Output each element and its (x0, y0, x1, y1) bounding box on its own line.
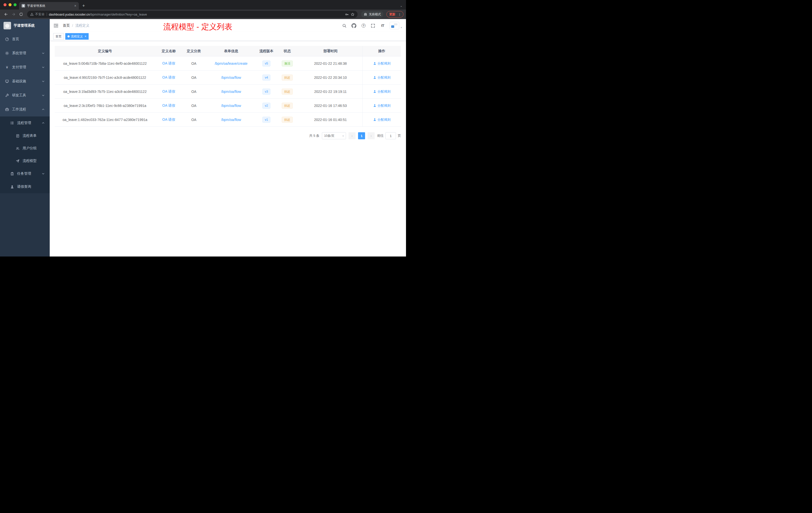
hamburger-icon[interactable] (54, 23, 59, 28)
url-host: dashboard.yudao.iocoder.cn (49, 12, 90, 16)
sidebar-item-process-form[interactable]: 流程表单 (0, 129, 50, 142)
sidebar-item-system[interactable]: 系统管理 (0, 46, 50, 60)
sidebar-item-workflow[interactable]: 工作流程 (0, 102, 50, 117)
breadcrumb-current: 流程定义 (75, 23, 89, 28)
definition-name-link[interactable]: OA 请假 (162, 89, 175, 93)
assign-rule-link[interactable]: 分配规则 (373, 61, 391, 66)
definition-table: 定义编号 定义名称 定义分类 表单信息 流程版本 状态 部署时间 操作 oa_l… (55, 46, 401, 127)
sidebar-item-devtools[interactable]: 研发工具 (0, 88, 50, 102)
definition-name-link[interactable]: OA 请假 (162, 117, 175, 121)
form-link[interactable]: /bpm/oa/flow (221, 90, 241, 94)
github-icon[interactable] (351, 23, 356, 28)
page-size-select[interactable]: 10条/页 ▾ (322, 132, 346, 139)
avatar-caret-icon[interactable]: ▾ (401, 26, 402, 29)
status-badge: 挂起 (282, 117, 293, 123)
user-icon (373, 118, 376, 121)
cell-definition-id: oa_leave:2:3c1f0ef1-76b1-11ec-9c66-a2380… (55, 104, 155, 108)
help-icon[interactable]: ? (361, 23, 366, 28)
chevron-up-icon (42, 108, 45, 111)
goto-page-input[interactable] (385, 132, 396, 139)
new-tab-button[interactable]: + (80, 2, 87, 9)
assign-rule-link[interactable]: 分配规则 (373, 89, 391, 94)
goto-label: 前往 (377, 133, 384, 138)
font-size-icon[interactable]: tT (380, 23, 385, 28)
tag-close-icon[interactable]: × (85, 35, 86, 38)
next-page-button[interactable]: › (368, 132, 375, 139)
tab-close-icon[interactable]: × (74, 4, 76, 7)
definition-name-link[interactable]: OA 请假 (162, 61, 175, 65)
status-badge: 挂起 (282, 89, 293, 95)
tab-search-icon[interactable]: ⌄ (400, 4, 403, 7)
col-header-name: 定义名称 (155, 49, 182, 54)
incognito-badge: 无痕模式 (361, 11, 383, 18)
user-avatar[interactable] (390, 22, 399, 29)
close-window-button[interactable] (3, 3, 6, 6)
breadcrumb-home[interactable]: 首页 (63, 23, 70, 28)
prev-page-button[interactable]: ‹ (348, 132, 355, 139)
form-link[interactable]: /bpm/oa/flow (221, 118, 241, 122)
cell-definition-id: oa_leave:5:004b710b-7b8a-11ec-8ef0-acde4… (55, 61, 155, 65)
search-icon[interactable] (342, 23, 347, 28)
url-path: /bpm/manager/definition?key=oa_leave (90, 12, 147, 16)
assign-rule-link[interactable]: 分配规则 (373, 117, 391, 122)
url-text[interactable]: dashboard.yudao.iocoder.cn/bpm/manager/d… (49, 12, 343, 16)
password-key-icon[interactable] (345, 12, 349, 16)
goto-unit: 页 (398, 133, 401, 138)
cell-definition-id: oa_leave:4:991f2193-7b7f-11ec-a3c8-acde4… (55, 76, 155, 80)
forward-button[interactable] (10, 11, 17, 18)
table-row: oa_leave:4:991f2193-7b7f-11ec-a3c8-acde4… (55, 70, 401, 85)
zoom-window-button[interactable] (13, 3, 17, 6)
tool-icon (5, 93, 9, 97)
window-controls (3, 3, 17, 6)
minimize-window-button[interactable] (8, 3, 11, 6)
form-icon (16, 134, 20, 138)
app-logo: 芋道管理系统 (0, 19, 50, 32)
chevron-down-icon (42, 172, 45, 175)
sidebar-item-user-group[interactable]: 用户分组 (0, 142, 50, 155)
cell-deploy-time: 2022-01-16 17:46:53 (298, 104, 362, 108)
clipboard-icon (10, 172, 14, 176)
sidebar-item-home[interactable]: 首页 (0, 32, 50, 46)
version-badge: v3 (262, 89, 271, 95)
form-link[interactable]: /bpm/oa/leave/create (215, 61, 248, 65)
definition-name-link[interactable]: OA 请假 (162, 75, 175, 79)
incognito-icon (364, 12, 367, 16)
form-link[interactable]: /bpm/oa/flow (221, 104, 241, 108)
assign-rule-link[interactable]: 分配规则 (373, 103, 391, 108)
browser-tab[interactable]: 芋道管理系统 × (19, 2, 79, 9)
form-link[interactable]: /bpm/oa/flow (221, 76, 241, 80)
pagination-jumper: 前往 页 (377, 132, 401, 139)
page-number-button[interactable]: 1 (358, 132, 365, 139)
browser-update-button[interactable]: 更新 ⋮ (386, 11, 404, 18)
sidebar: 芋道管理系统 首页 系统管理 ¥ 支付管理 (0, 19, 50, 256)
sidebar-item-process-management[interactable]: 流程管理 (0, 117, 50, 129)
sidebar-item-task-management[interactable]: 任务管理 (0, 167, 50, 180)
definition-name-link[interactable]: OA 请假 (162, 103, 175, 108)
tag-home[interactable]: 首页 (53, 33, 64, 40)
active-tag-dot (67, 35, 69, 37)
tag-process-definition[interactable]: 流程定义 × (65, 33, 89, 40)
back-button[interactable] (2, 11, 9, 18)
security-label: 不安全 (35, 12, 45, 17)
browser-menu-icon[interactable]: ⋮ (397, 12, 402, 16)
sidebar-item-infra[interactable]: 基础设施 (0, 74, 50, 88)
sidebar-item-leave-query[interactable]: 请假查询 (0, 180, 50, 193)
sidebar-item-payment[interactable]: ¥ 支付管理 (0, 60, 50, 74)
status-badge: 激活 (282, 60, 293, 66)
cell-definition-id: oa_leave:1:482ec033-762a-11ec-8477-a2380… (55, 118, 155, 122)
omnibox-divider (47, 12, 47, 16)
bookmark-star-icon[interactable] (351, 12, 354, 16)
table-row: oa_leave:2:3c1f0ef1-76b1-11ec-9c66-a2380… (55, 99, 401, 113)
pagination: 共 5 条 10条/页 ▾ ‹ 1 › 前往 页 (55, 132, 401, 139)
col-header-deploy-time: 部署时间 (298, 49, 362, 54)
reload-button[interactable] (18, 11, 25, 18)
fullscreen-icon[interactable] (371, 23, 376, 28)
cell-deploy-time: 2022-01-16 01:40:51 (298, 118, 362, 122)
sidebar-item-process-model[interactable]: 流程模型 (0, 155, 50, 167)
address-bar[interactable]: 不安全 dashboard.yudao.iocoder.cn/bpm/manag… (27, 11, 357, 18)
chevron-down-icon (42, 94, 45, 97)
security-chip[interactable]: 不安全 (30, 12, 45, 17)
tab-strip: 芋道管理系统 × + ⌄ (0, 0, 406, 9)
users-icon (16, 146, 20, 150)
assign-rule-link[interactable]: 分配规则 (373, 75, 391, 80)
